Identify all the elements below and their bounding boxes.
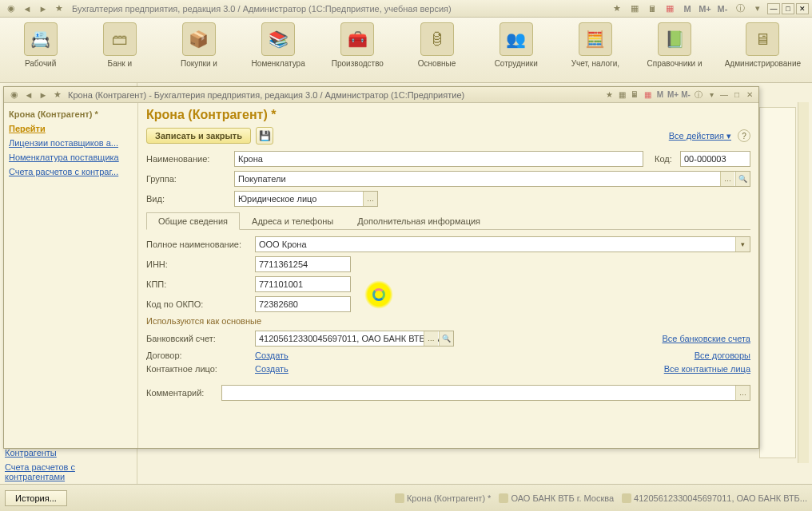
status-icon xyxy=(622,493,631,503)
purchases-icon: 📦 xyxy=(182,22,216,56)
child-nav-back-icon[interactable]: ◄ xyxy=(22,89,35,101)
input-code[interactable] xyxy=(680,151,750,167)
comment-edit-button[interactable]: … xyxy=(735,386,750,400)
main-titlebar: ◉ ◄ ► ★ Бухгалтерия предприятия, редакци… xyxy=(0,0,812,18)
label-type: Вид: xyxy=(146,194,229,204)
save-close-button[interactable]: Записать и закрыть xyxy=(146,128,251,144)
taxes-icon: 🧮 xyxy=(579,22,612,56)
child-calc-icon[interactable]: 🖩 xyxy=(629,89,640,101)
child-m-icon[interactable]: M xyxy=(655,89,666,101)
label-contract: Договор: xyxy=(146,351,250,360)
favorite-icon[interactable]: ★ xyxy=(53,2,66,15)
group-search-button[interactable]: 🔍 xyxy=(735,172,750,186)
tool-staff[interactable]: 👥Сотрудники xyxy=(484,22,548,82)
main-toolbar: 📇Рабочий 🗃Банк и 📦Покупки и 📚Номенклатур… xyxy=(0,18,812,83)
tab-extra[interactable]: Дополнительная информация xyxy=(345,212,492,230)
child-min-button[interactable]: — xyxy=(718,89,730,101)
all-actions-link[interactable]: Все действия ▾ xyxy=(669,131,731,141)
calendar-icon[interactable]: ▦ xyxy=(663,2,676,15)
save-button[interactable]: 💾 xyxy=(256,127,273,145)
outer-scrollbar[interactable] xyxy=(798,102,809,463)
child-nav-fwd-icon[interactable]: ► xyxy=(37,89,50,101)
input-okpo[interactable] xyxy=(255,296,351,312)
child-fav-icon[interactable]: ★ xyxy=(51,89,64,101)
input-kpp[interactable] xyxy=(255,276,351,292)
status-icon xyxy=(499,493,508,503)
m-icon[interactable]: M xyxy=(681,2,694,15)
spinner-icon xyxy=(372,288,385,301)
status-item-0[interactable]: Крона (Контрагент) * xyxy=(395,493,491,503)
grid-icon[interactable]: ▦ xyxy=(628,2,641,15)
nomenclature-icon: 📚 xyxy=(261,22,295,56)
tool-admin[interactable]: 🖥Администрирование xyxy=(722,22,804,82)
status-item-1[interactable]: ОАО БАНК ВТБ г. Москва xyxy=(499,493,614,503)
calc-icon[interactable]: 🖩 xyxy=(646,2,659,15)
close-button[interactable]: ✕ xyxy=(796,3,809,14)
child-title: Крона (Контрагент) - Бухгалтерия предпри… xyxy=(68,90,603,100)
link-all-accounts[interactable]: Все банковские счета xyxy=(662,334,750,343)
input-fullname[interactable] xyxy=(255,236,750,252)
type-select-button[interactable]: … xyxy=(363,192,377,206)
tool-nomenclature[interactable]: 📚Номенклатура xyxy=(246,22,311,82)
star-icon[interactable]: ★ xyxy=(611,2,623,15)
workdesk-icon: 📇 xyxy=(24,22,58,56)
fullname-drop-button[interactable]: ▾ xyxy=(735,237,750,252)
help-icon[interactable]: ? xyxy=(738,129,750,142)
label-comment: Комментарий: xyxy=(146,388,217,398)
nav-link-accounts[interactable]: Счета расчетов с контраг... xyxy=(7,165,134,178)
input-name[interactable] xyxy=(234,151,643,167)
m-minus-icon[interactable]: M- xyxy=(716,2,729,15)
bank-search-button[interactable]: 🔍 xyxy=(439,331,453,346)
tool-purchases[interactable]: 📦Покупки и xyxy=(166,22,231,82)
child-cal-icon[interactable]: ▦ xyxy=(642,89,653,101)
form-area: Крона (Контрагент) * Записать и закрыть … xyxy=(138,103,758,448)
nav-link-nomenclature[interactable]: Номенклатура поставщика xyxy=(7,151,134,164)
tool-production[interactable]: 🧰Производство xyxy=(325,22,390,82)
minimize-button[interactable]: — xyxy=(767,3,780,14)
child-grid-icon[interactable]: ▦ xyxy=(616,89,627,101)
tool-assets[interactable]: 🛢Основные xyxy=(404,22,469,82)
nav-link-licenses[interactable]: Лицензии поставщиков а... xyxy=(7,137,134,149)
label-contact: Контактное лицо: xyxy=(146,364,250,374)
tool-bank[interactable]: 🗃Банк и xyxy=(87,22,152,82)
nav-fwd-icon[interactable]: ► xyxy=(37,2,50,15)
link-create-contract[interactable]: Создать xyxy=(255,351,289,360)
tool-workdesk[interactable]: 📇Рабочий xyxy=(8,22,73,82)
link-all-contracts[interactable]: Все договоры xyxy=(695,351,750,360)
group-select-button[interactable]: … xyxy=(720,172,734,186)
input-inn[interactable] xyxy=(255,256,351,272)
m-plus-icon[interactable]: M+ xyxy=(699,2,711,15)
child-drop-icon[interactable]: ▾ xyxy=(706,89,717,101)
child-mp-icon[interactable]: M+ xyxy=(667,89,679,101)
tab-addresses[interactable]: Адреса и телефоны xyxy=(240,212,345,230)
child-mm-icon[interactable]: M- xyxy=(680,89,691,101)
input-type[interactable] xyxy=(234,191,378,207)
status-item-2[interactable]: 41205612330045697011, ОАО БАНК ВТБ... xyxy=(622,493,807,503)
link-create-contact[interactable]: Создать xyxy=(255,364,289,374)
nav-back-icon[interactable]: ◄ xyxy=(21,2,34,15)
nav-goto[interactable]: Перейти xyxy=(7,122,134,135)
child-window: ◉ ◄ ► ★ Крона (Контрагент) - Бухгалтерия… xyxy=(3,86,759,449)
tool-refs[interactable]: 📗Справочники и xyxy=(643,22,707,82)
ghost-content xyxy=(759,102,809,463)
child-max-button[interactable]: □ xyxy=(731,89,742,101)
info-icon[interactable]: ⓘ xyxy=(734,2,746,15)
label-inn: ИНН: xyxy=(146,259,250,269)
assets-icon: 🛢 xyxy=(420,22,454,56)
maximize-button[interactable]: □ xyxy=(782,3,794,14)
nav-title: Крона (Контрагент) * xyxy=(7,108,134,121)
dropdown-icon[interactable]: ▾ xyxy=(751,2,764,15)
back-link-accounts[interactable]: Счета расчетов с контрагентами xyxy=(3,460,137,484)
refs-icon: 📗 xyxy=(658,22,691,56)
tab-general[interactable]: Общие сведения xyxy=(146,212,240,230)
child-info-icon[interactable]: ⓘ xyxy=(693,89,704,101)
input-comment[interactable] xyxy=(221,385,750,401)
history-button[interactable]: История... xyxy=(5,490,67,506)
bank-select-button[interactable]: … xyxy=(424,331,438,346)
app-icon: ◉ xyxy=(5,2,18,15)
child-star-icon[interactable]: ★ xyxy=(603,89,615,101)
tool-taxes[interactable]: 🧮Учет, налоги, xyxy=(563,22,627,82)
link-all-contacts[interactable]: Все контактные лица xyxy=(664,364,750,374)
child-close-button[interactable]: ✕ xyxy=(744,89,755,101)
input-group[interactable] xyxy=(234,171,750,187)
